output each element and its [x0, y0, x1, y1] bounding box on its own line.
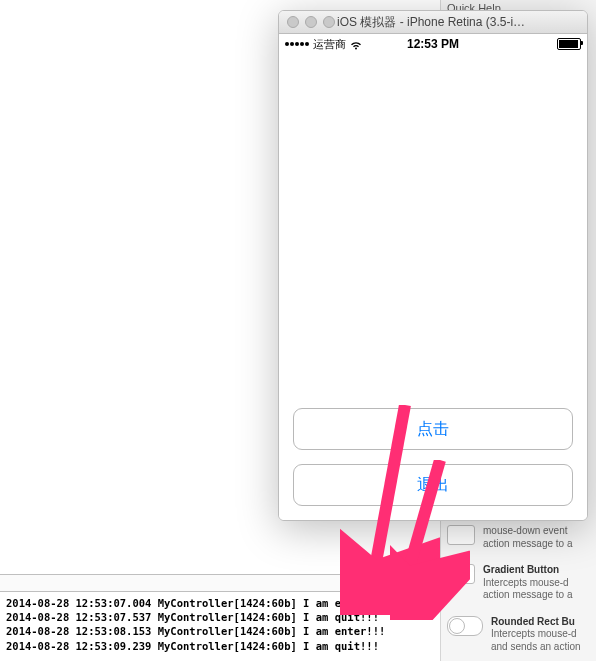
simulator-titlebar[interactable]: iOS 模拟器 - iPhone Retina (3.5-inch) / iOS…: [279, 11, 587, 34]
quit-button[interactable]: 退出: [293, 464, 573, 506]
log-line: 2014-08-28 12:53:08.153 MyController[142…: [6, 625, 385, 637]
button-swatch-icon: [447, 616, 483, 636]
log-line: 2014-08-28 12:53:07.004 MyController[142…: [6, 597, 385, 609]
inspector-item[interactable]: Rounded Rect Bu Intercepts mouse-d and s…: [447, 616, 592, 654]
traffic-lights[interactable]: [287, 16, 335, 28]
console-panel: 2014-08-28 12:53:07.004 MyController[142…: [0, 574, 438, 657]
button-swatch-icon: [447, 525, 475, 545]
close-icon[interactable]: [287, 16, 299, 28]
inspector-item[interactable]: Gradient Button Intercepts mouse-d actio…: [447, 564, 592, 602]
inspector-list: mouse-down event action message to a Gra…: [447, 525, 592, 661]
simulator-screen: 运营商 12:53 PM 点击 退出: [279, 34, 587, 520]
battery-icon: [557, 38, 581, 50]
minimize-icon[interactable]: [305, 16, 317, 28]
inspector-item[interactable]: mouse-down event action message to a: [447, 525, 592, 550]
zoom-icon[interactable]: [323, 16, 335, 28]
inspector-text: mouse-down event action message to a: [483, 525, 592, 550]
console-log[interactable]: 2014-08-28 12:53:07.004 MyController[142…: [0, 592, 438, 657]
status-time: 12:53 PM: [279, 37, 587, 51]
status-bar: 运营商 12:53 PM: [279, 34, 587, 54]
inspector-text: Gradient Button Intercepts mouse-d actio…: [483, 564, 592, 602]
inspector-text: Rounded Rect Bu Intercepts mouse-d and s…: [491, 616, 592, 654]
click-button[interactable]: 点击: [293, 408, 573, 450]
log-line: 2014-08-28 12:53:09.239 MyController[142…: [6, 640, 379, 652]
log-line: 2014-08-28 12:53:07.537 MyController[142…: [6, 611, 379, 623]
console-toolbar[interactable]: [0, 575, 438, 592]
button-swatch-icon: [447, 564, 475, 584]
simulator-window: iOS 模拟器 - iPhone Retina (3.5-inch) / iOS…: [278, 10, 588, 521]
